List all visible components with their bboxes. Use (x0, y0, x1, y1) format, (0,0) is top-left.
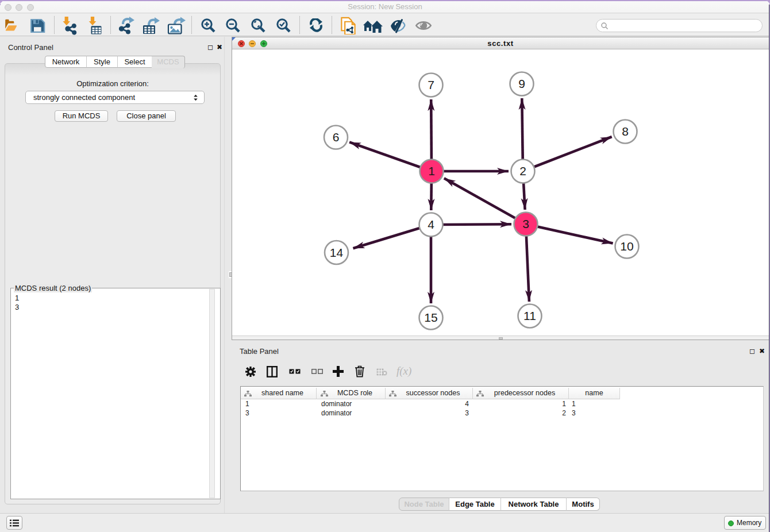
svg-text:3: 3 (522, 217, 529, 230)
svg-text:8: 8 (622, 125, 629, 138)
svg-text:4: 4 (428, 218, 434, 231)
svg-text:11: 11 (523, 309, 536, 322)
svg-text:14: 14 (330, 246, 344, 259)
svg-text:9: 9 (518, 77, 525, 90)
svg-text:6: 6 (333, 130, 340, 144)
svg-text:2: 2 (519, 164, 526, 178)
svg-text:1: 1 (428, 164, 435, 178)
svg-text:10: 10 (620, 240, 633, 253)
svg-text:15: 15 (424, 311, 437, 324)
svg-text:7: 7 (428, 78, 434, 91)
